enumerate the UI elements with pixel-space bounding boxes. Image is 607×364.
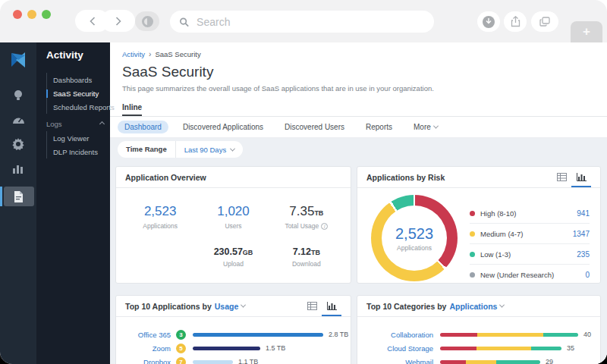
- sidebar-item-settings[interactable]: [0, 135, 36, 152]
- address-search-bar[interactable]: [170, 11, 434, 33]
- sidebar-item-log-viewer[interactable]: Log Viewer: [53, 131, 110, 145]
- risk-legend: High (8-10)941Medium (4-7)1347Low (1-3)2…: [470, 203, 590, 284]
- app-link[interactable]: Dropbox: [125, 358, 171, 364]
- legend-value[interactable]: 1347: [573, 230, 590, 238]
- tabs-overview-button[interactable]: [531, 11, 558, 32]
- search-input[interactable]: [195, 15, 425, 29]
- logs-group-label: Logs: [46, 120, 62, 128]
- window-controls: [13, 10, 51, 19]
- tab-more[interactable]: More: [407, 121, 445, 133]
- info-icon[interactable]: i: [321, 223, 328, 230]
- legend-row: Low (1-3)235: [470, 244, 590, 265]
- top-apps-chart: Office 36532.8 TBZoom51.5 TBDropbox71.1 …: [116, 317, 351, 364]
- shield-icon: [142, 16, 153, 27]
- page-description: This page summarizes the overall usage o…: [110, 80, 607, 93]
- category-link[interactable]: Cloud Storage: [366, 344, 433, 353]
- table-view-button[interactable]: [302, 296, 322, 316]
- legend-value[interactable]: 941: [577, 209, 590, 218]
- bar-segment: [466, 360, 496, 364]
- legend-value[interactable]: 235: [577, 250, 590, 259]
- app-link[interactable]: Office 365: [125, 331, 171, 339]
- downloads-button[interactable]: [477, 11, 500, 32]
- chevron-down-icon: [241, 303, 246, 308]
- main-content: Activity › SaaS Security SaaS Security T…: [110, 42, 607, 364]
- card-title: Top 10 Categories by Applications: [366, 302, 504, 311]
- stat-total-usage: 7.35TB Total Usagei: [270, 204, 343, 230]
- document-icon: [14, 191, 24, 202]
- search-icon: [179, 17, 189, 27]
- app-link[interactable]: Zoom: [125, 344, 171, 353]
- maximize-window-button[interactable]: [42, 10, 51, 19]
- legend-row: Medium (4-7)1347: [470, 224, 590, 244]
- usage-bar[interactable]: [193, 347, 260, 350]
- time-range-filter: Time Range Last 90 Days: [118, 141, 243, 158]
- time-range-label: Time Range: [118, 141, 176, 158]
- tab-inline[interactable]: Inline: [122, 103, 142, 116]
- card-title: Application Overview: [125, 173, 206, 182]
- stacked-bar[interactable]: [440, 360, 540, 364]
- stacked-bar[interactable]: [440, 333, 578, 337]
- category-bar-row: Webmail29: [366, 355, 591, 364]
- close-window-button[interactable]: [13, 10, 22, 19]
- usage-bar[interactable]: [193, 360, 233, 364]
- donut-total-value[interactable]: 2,523: [395, 225, 433, 243]
- activity-submenu: Activity Dashboards SaaS Security Schedu…: [36, 42, 110, 364]
- new-tab-button[interactable]: +: [571, 21, 602, 42]
- breadcrumb-activity[interactable]: Activity: [122, 50, 145, 58]
- sidebar-item-analytics[interactable]: [0, 159, 36, 177]
- top-categories-chart: Collaboration40Cloud Storage35Webmail29S…: [357, 317, 600, 364]
- applications-dropdown[interactable]: Applications: [449, 302, 504, 311]
- donut-center: 2,523 Applications: [382, 206, 447, 271]
- netskope-logo[interactable]: [9, 51, 28, 73]
- card-title: Top 10 Applications by Usage: [125, 302, 245, 311]
- bar-segment: [440, 360, 466, 364]
- app-bar-row: Zoom51.5 TB: [125, 341, 341, 355]
- app-bar-row: Office 36532.8 TB: [125, 328, 341, 341]
- sidebar-item-skope-it[interactable]: [0, 111, 36, 128]
- legend-row: New (Under Research)0: [470, 265, 590, 284]
- tab-reports[interactable]: Reports: [359, 121, 399, 133]
- usage-value: 1.1 TB: [238, 358, 258, 364]
- chevron-left-icon: [89, 17, 96, 26]
- stacked-bar[interactable]: [440, 347, 561, 350]
- table-view-button[interactable]: [552, 167, 571, 187]
- category-link[interactable]: Webmail: [366, 358, 433, 364]
- usage-bar[interactable]: [193, 333, 323, 337]
- forward-button[interactable]: [101, 10, 135, 32]
- chart-view-button[interactable]: [571, 167, 591, 187]
- category-link[interactable]: Collaboration: [366, 331, 433, 339]
- stat-users-label: Users: [197, 222, 269, 230]
- chart-icon: [577, 173, 587, 181]
- application-overview-card: Application Overview 2,523 Applications …: [115, 166, 351, 284]
- sidebar-item-scheduled-reports[interactable]: Scheduled Reports: [53, 100, 110, 114]
- tab-discovered-users[interactable]: Discovered Users: [278, 121, 351, 133]
- legend-label: Low (1-3): [480, 250, 511, 259]
- chart-view-button[interactable]: [322, 296, 341, 316]
- sidebar-item-activity-active[interactable]: [0, 187, 36, 206]
- dashboard-grid: Application Overview 2,523 Applications …: [110, 161, 607, 364]
- stat-applications-value[interactable]: 2,523: [124, 204, 197, 219]
- usage-value: 1.5 TB: [266, 344, 285, 352]
- tab-discovered-applications[interactable]: Discovered Applications: [176, 121, 270, 133]
- share-button[interactable]: [504, 11, 527, 32]
- sidebar-group-logs[interactable]: Logs: [46, 120, 104, 128]
- top-applications-card: Top 10 Applications by Usage: [115, 295, 351, 364]
- shield-extension-button[interactable]: [135, 11, 159, 31]
- legend-value[interactable]: 0: [585, 271, 590, 279]
- category-bar-row: Cloud Storage35: [366, 341, 591, 355]
- risk-donut-chart[interactable]: 2,523 Applications: [371, 195, 458, 281]
- time-range-select[interactable]: Last 90 Days: [176, 146, 243, 154]
- chevron-right-icon: [115, 17, 122, 26]
- bar-segment: [531, 347, 561, 350]
- category-count: 29: [546, 358, 553, 364]
- chart-icon: [327, 302, 337, 310]
- tab-dashboard[interactable]: Dashboard: [118, 121, 168, 133]
- minimize-window-button[interactable]: [27, 10, 36, 19]
- usage-dropdown[interactable]: Usage: [215, 302, 246, 311]
- sidebar-item-dlp-incidents[interactable]: DLP Incidents: [53, 145, 110, 158]
- card-title: Applications by Risk: [366, 173, 445, 182]
- sidebar-item-saas-security[interactable]: SaaS Security: [53, 86, 110, 100]
- sidebar-item-insights[interactable]: [0, 86, 36, 104]
- sidebar-item-dashboards[interactable]: Dashboards: [53, 73, 110, 86]
- stat-users-value[interactable]: 1,020: [197, 204, 269, 219]
